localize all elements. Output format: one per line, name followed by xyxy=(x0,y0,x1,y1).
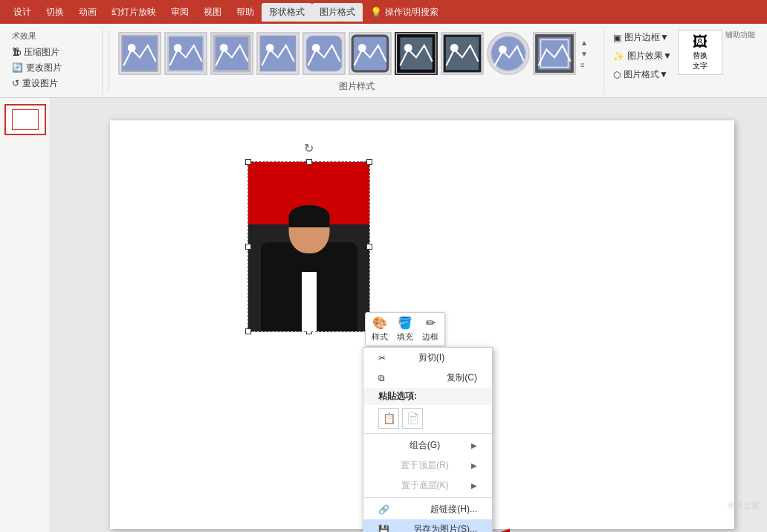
copy-icon: ⧉ xyxy=(378,373,385,383)
svg-point-7 xyxy=(266,44,274,52)
tab-search[interactable]: 💡 操作说明搜索 xyxy=(363,3,446,22)
style-thumb-5[interactable] xyxy=(302,32,346,75)
change-icon: 🔄 xyxy=(12,62,23,73)
svg-point-17 xyxy=(499,45,507,53)
tab-help[interactable]: 帮助 xyxy=(229,3,262,22)
mini-toolbar-border[interactable]: ✏ 边框 xyxy=(422,316,438,343)
style-thumb-3[interactable] xyxy=(210,32,253,75)
styles-scroll-arrows: ▲ ▼ ≡ xyxy=(580,39,588,69)
border-mini-icon: ✏ xyxy=(426,316,436,330)
scissors-icon: ✂ xyxy=(378,353,386,363)
lightbulb-icon: 💡 xyxy=(370,7,382,18)
handle-mid-right[interactable] xyxy=(366,244,372,250)
ribbon-right-section: ▣ 图片边框▼ ✨ 图片效果▼ ⬡ 图片格式▼ 🖼 替换 文字 辅助功能 xyxy=(603,27,761,94)
handle-top-right[interactable] xyxy=(366,159,372,165)
ribbon-tab-list: 设计 切换 动画 幻灯片放映 审阅 视图 帮助 形状格式 图片格式 💡 操作说明… xyxy=(0,0,767,24)
ctx-divider-1 xyxy=(363,433,492,434)
tab-switch[interactable]: 切换 xyxy=(39,3,71,22)
picture-styles-section: ▲ ▼ ≡ 图片样式 xyxy=(115,27,598,94)
styles-row: ▲ ▼ ≡ xyxy=(115,27,598,80)
head-hair xyxy=(288,205,329,227)
scroll-down-arrow[interactable]: ▼ xyxy=(580,50,588,58)
accessibility-label: 辅助功能 xyxy=(725,30,755,40)
mini-toolbar: 🎨 样式 🪣 填充 ✏ 边框 xyxy=(365,312,445,346)
compress-icon: 🗜 xyxy=(12,47,21,57)
ctx-copy[interactable]: ⧉ 复制(C) xyxy=(363,368,492,388)
tab-design[interactable]: 设计 xyxy=(6,3,39,22)
style-thumb-9[interactable] xyxy=(487,32,530,75)
handle-mid-left[interactable] xyxy=(245,244,251,250)
selected-image[interactable]: ↻ xyxy=(247,161,370,332)
style-thumb-6[interactable] xyxy=(349,32,392,75)
svg-point-15 xyxy=(450,44,459,52)
compress-picture-btn[interactable]: 🗜 压缩图片 xyxy=(12,45,96,60)
expand-arrow[interactable]: ≡ xyxy=(580,61,588,69)
svg-point-5 xyxy=(220,44,228,52)
picture-format-btn[interactable]: ⬡ 图片格式▼ xyxy=(610,67,675,82)
bring-front-submenu-arrow: ▶ xyxy=(471,461,477,470)
tab-review[interactable]: 审阅 xyxy=(164,3,196,22)
slide-panel xyxy=(0,98,51,532)
tab-animate[interactable]: 动画 xyxy=(71,3,104,22)
style-thumb-2[interactable] xyxy=(164,32,207,75)
picture-border-btn[interactable]: ▣ 图片边框▼ xyxy=(610,30,675,45)
scroll-up-arrow[interactable]: ▲ xyxy=(580,39,588,47)
main-area: ↻ xyxy=(0,98,767,532)
ctx-hyperlink[interactable]: 🔗 超链接(H)... xyxy=(363,499,492,519)
handle-top-mid[interactable] xyxy=(306,159,312,165)
handle-top-left[interactable] xyxy=(245,159,251,165)
save-as-image-icon: 💾 xyxy=(378,525,389,533)
ctx-paste-header: 粘貼选項: xyxy=(363,388,492,405)
white-shirt xyxy=(302,272,317,331)
mini-toolbar-fill[interactable]: 🪣 填充 xyxy=(397,316,413,343)
styles-section-label: 图片样式 xyxy=(115,80,598,94)
art-effects-label: 术效果 xyxy=(12,30,96,42)
style-thumb-4[interactable] xyxy=(256,32,300,75)
canvas-area: ↻ xyxy=(51,98,767,532)
slide-thumb-inner xyxy=(12,109,39,130)
tab-picture-format[interactable]: 图片格式 xyxy=(312,3,363,22)
format-icon: ⬡ xyxy=(613,70,621,80)
ctx-group[interactable]: 组合(G) ▶ xyxy=(363,435,492,455)
effect-icon: ✨ xyxy=(613,51,624,62)
handle-bot-left[interactable] xyxy=(245,328,251,334)
slide-thumbnail-1[interactable] xyxy=(4,104,46,135)
mini-toolbar-style[interactable]: 🎨 样式 xyxy=(372,316,388,343)
ribbon-tabs-bar: 设计 切换 动画 幻灯片放映 审阅 视图 帮助 形状格式 图片格式 💡 操作说明… xyxy=(0,0,767,24)
ribbon-content: 术效果 🗜 压缩图片 🔄 更改图片 ↺ 重设图片 xyxy=(0,24,767,98)
picture-effect-btn[interactable]: ✨ 图片效果▼ xyxy=(610,48,675,64)
tab-view[interactable]: 视图 xyxy=(196,3,229,22)
border-icon: ▣ xyxy=(613,33,621,43)
hyperlink-icon: 🔗 xyxy=(378,505,389,515)
send-back-submenu-arrow: ▶ xyxy=(471,481,477,490)
ctx-divider-2 xyxy=(363,497,492,498)
replace-text-btn[interactable]: 🖼 替换 文字 xyxy=(678,30,722,75)
context-menu: ✂ 剪切(I) ⧉ 复制(C) 粘貼选項: 📋 📄 xyxy=(363,347,493,532)
rotate-handle[interactable]: ↻ xyxy=(304,141,314,155)
style-thumb-1[interactable] xyxy=(118,32,161,75)
paste-icon-1[interactable]: 📋 xyxy=(378,408,399,429)
style-thumb-7[interactable] xyxy=(395,32,438,75)
svg-point-3 xyxy=(174,44,182,52)
ctx-save-as-image[interactable]: 💾 另存为图片(S)... xyxy=(363,519,492,532)
tab-slideshow[interactable]: 幻灯片放映 xyxy=(104,3,164,22)
watermark: 系统之家 xyxy=(727,500,760,511)
tab-shape-format[interactable]: 形状格式 xyxy=(262,3,312,22)
change-picture-btn[interactable]: 🔄 更改图片 xyxy=(12,60,96,76)
ctx-send-back: 置于底层(K) ▶ xyxy=(363,476,492,496)
paste-icon-2[interactable]: 📄 xyxy=(402,408,423,429)
divider-1 xyxy=(109,30,109,91)
svg-point-11 xyxy=(358,44,366,52)
svg-point-13 xyxy=(404,44,412,52)
ctx-cut[interactable]: ✂ 剪切(I) xyxy=(363,348,492,368)
reset-icon: ↺ xyxy=(12,78,19,88)
ctx-bring-front: 置于顶层(R) ▶ xyxy=(363,455,492,476)
style-thumb-8[interactable] xyxy=(441,32,484,75)
reset-picture-btn[interactable]: ↺ 重设图片 xyxy=(12,76,96,91)
style-icon: 🎨 xyxy=(372,316,387,330)
replace-icon: 🖼 xyxy=(693,33,708,51)
style-thumb-10[interactable] xyxy=(533,32,576,75)
svg-point-9 xyxy=(312,44,320,52)
ctx-paste-icons: 📋 📄 xyxy=(363,405,492,432)
picture-tools-column: ▣ 图片边框▼ ✨ 图片效果▼ ⬡ 图片格式▼ xyxy=(610,30,675,82)
